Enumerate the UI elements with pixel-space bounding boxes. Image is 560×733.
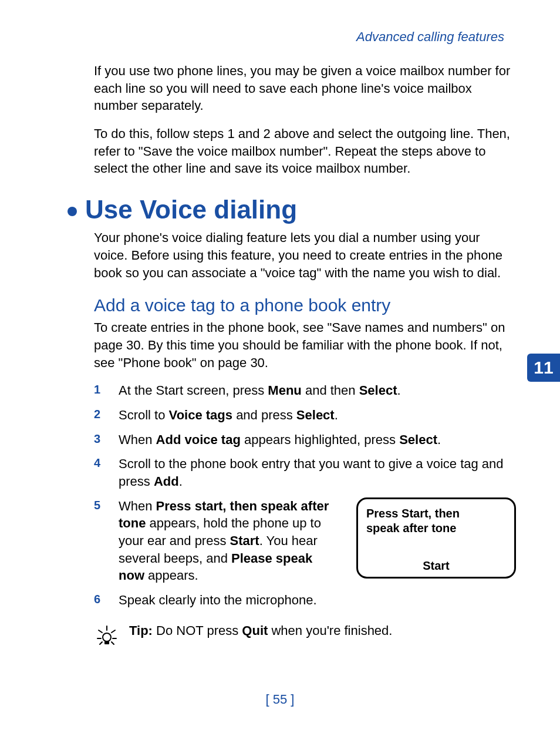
text: and press [232, 408, 296, 422]
text: When [119, 432, 156, 447]
chapter-tab: 11 [527, 354, 560, 382]
steps-list: 1 At the Start screen, press Menu and th… [94, 382, 516, 609]
text: When [119, 499, 156, 513]
text: . [179, 474, 183, 489]
phone-line-2: speak after tone [366, 521, 506, 536]
text: At the Start screen, press [119, 383, 268, 398]
text: appears. [144, 568, 198, 583]
lightbulb-icon [94, 623, 120, 647]
text: and then [302, 383, 359, 398]
text: . [397, 383, 401, 398]
text: . [335, 408, 338, 422]
subsection-title: Add a voice tag to a phone book entry [94, 295, 516, 315]
step-2: 2 Scroll to Voice tags and press Select. [94, 406, 516, 424]
step-text: At the Start screen, press Menu and then… [119, 382, 516, 399]
svg-rect-1 [104, 641, 109, 644]
tip-row: Tip: Do NOT press Quit when you're finis… [94, 623, 516, 647]
step-text: When Add voice tag appears highlighted, … [119, 431, 516, 449]
section-intro: Your phone's voice dialing feature lets … [94, 229, 516, 281]
add-voice-tag-label: Add voice tag [156, 432, 241, 447]
step-text: Speak clearly into the microphone. [119, 591, 516, 609]
text: Scroll to [119, 408, 169, 422]
phone-line-1: Press Start, then [366, 506, 506, 521]
section-title: Use Voice dialing [68, 195, 516, 224]
step-text: Scroll to Voice tags and press Select. [119, 406, 516, 424]
select-label: Select [296, 408, 335, 422]
tip-text: Tip: Do NOT press Quit when you're finis… [129, 623, 392, 638]
text: . [437, 432, 441, 447]
step-number: 6 [94, 591, 103, 609]
menu-label: Menu [268, 383, 301, 398]
step-text: Scroll to the phone book entry that you … [119, 455, 516, 490]
phone-softkey-start: Start [366, 559, 506, 573]
select-label: Select [359, 383, 397, 398]
text: when you're finished. [268, 623, 392, 638]
step-number: 2 [94, 406, 103, 424]
step-4: 4 Scroll to the phone book entry that yo… [94, 455, 516, 490]
step-text: When Press start, then speak after tone … [119, 497, 336, 584]
tip-label: Tip: [129, 623, 153, 638]
section-title-text: Use Voice dialing [85, 195, 297, 224]
step-number: 5 [94, 497, 103, 584]
bullet-icon [68, 207, 77, 216]
intro-paragraph-1: If you use two phone lines, you may be g… [94, 62, 516, 115]
step-number: 3 [94, 431, 103, 449]
page-header: Advanced calling features [44, 29, 516, 45]
page-number: [ 55 ] [0, 692, 560, 707]
text: Do NOT press [153, 623, 242, 638]
start-label: Start [230, 533, 259, 548]
phone-screen: Press Start, then speak after tone Start [356, 497, 516, 579]
phone-screen-text: Press Start, then speak after tone [366, 506, 506, 536]
intro-paragraph-2: To do this, follow steps 1 and 2 above a… [94, 125, 516, 177]
step-number: 1 [94, 382, 103, 399]
subsection-intro: To create entries in the phone book, see… [94, 319, 516, 371]
svg-line-3 [99, 630, 102, 633]
svg-line-7 [100, 642, 102, 644]
quit-label: Quit [242, 623, 268, 638]
svg-line-8 [112, 642, 114, 644]
add-label: Add [154, 474, 179, 489]
step-6: 6 Speak clearly into the microphone. [94, 591, 516, 609]
select-label: Select [399, 432, 437, 447]
svg-point-0 [103, 633, 111, 641]
step-3: 3 When Add voice tag appears highlighted… [94, 431, 516, 449]
step-number: 4 [94, 455, 103, 490]
step-5: 5 When Press start, then speak after ton… [94, 497, 516, 584]
text: appears highlighted, press [241, 432, 399, 447]
voice-tags-label: Voice tags [169, 408, 232, 422]
step-1: 1 At the Start screen, press Menu and th… [94, 382, 516, 399]
svg-line-4 [112, 630, 115, 633]
